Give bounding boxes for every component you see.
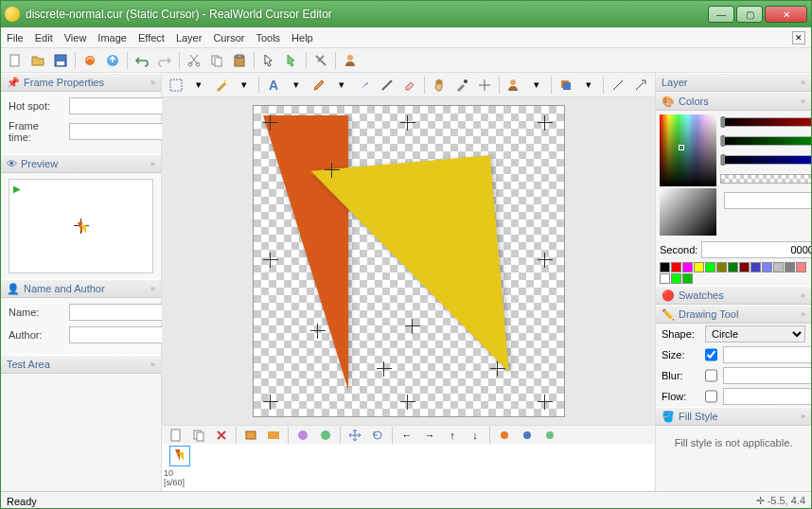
- play-icon[interactable]: ▶: [13, 184, 21, 194]
- open-icon[interactable]: [27, 50, 48, 71]
- redo-icon[interactable]: [154, 50, 175, 71]
- palette-swatch[interactable]: [682, 262, 693, 272]
- preview-header[interactable]: 👁 Preview »: [1, 154, 161, 173]
- green-slider[interactable]: [720, 136, 811, 146]
- dropdown-icon[interactable]: ▾: [188, 75, 209, 96]
- select-rect-icon[interactable]: [166, 75, 186, 96]
- hex-input[interactable]: [724, 192, 811, 209]
- palette-swatch[interactable]: [750, 262, 761, 272]
- drawing-tool-header[interactable]: ✏️ Drawing Tool »: [656, 305, 811, 324]
- upload-icon[interactable]: [102, 50, 123, 71]
- close-button[interactable]: ✕: [765, 6, 807, 23]
- right-icon[interactable]: →: [419, 425, 440, 446]
- frame-properties-header[interactable]: 📌 Frame Properties »: [1, 73, 161, 92]
- left-icon[interactable]: ←: [397, 425, 417, 446]
- collapse-icon[interactable]: »: [801, 97, 805, 106]
- collapse-icon[interactable]: »: [801, 78, 805, 87]
- second-hex-input[interactable]: [701, 241, 811, 258]
- layers-icon[interactable]: [556, 75, 576, 96]
- palette-swatch[interactable]: [796, 262, 806, 272]
- copy-icon[interactable]: [206, 50, 227, 71]
- shape-select[interactable]: Circle: [705, 325, 805, 342]
- paste-icon[interactable]: [229, 50, 250, 71]
- layer-header[interactable]: Layer »: [656, 73, 811, 92]
- cut-icon[interactable]: [184, 50, 204, 71]
- name-author-header[interactable]: 👤 Name and Author »: [1, 279, 161, 298]
- menu-image[interactable]: Image: [97, 32, 127, 44]
- filter2-icon[interactable]: [517, 425, 538, 446]
- palette-swatch[interactable]: [773, 262, 784, 272]
- fill-style-header[interactable]: 🪣 Fill Style »: [656, 407, 811, 426]
- person-add-icon[interactable]: [503, 75, 524, 96]
- new-icon[interactable]: [5, 50, 26, 71]
- text-icon[interactable]: A: [263, 75, 284, 96]
- undo-icon[interactable]: [132, 50, 152, 71]
- collapse-icon[interactable]: »: [150, 284, 155, 293]
- palette-swatch[interactable]: [660, 262, 670, 272]
- dropdown-icon[interactable]: ▾: [286, 75, 307, 96]
- eyedropper-icon[interactable]: [451, 75, 472, 96]
- dropdown-icon[interactable]: ▾: [578, 75, 599, 96]
- blur-input[interactable]: [723, 367, 811, 384]
- palette-swatch[interactable]: [682, 273, 693, 284]
- new-frame-icon[interactable]: [166, 425, 186, 446]
- palette-swatch[interactable]: [660, 273, 670, 284]
- palette-swatch[interactable]: [716, 262, 727, 272]
- dropdown-icon[interactable]: ▾: [331, 75, 352, 96]
- palette-swatch[interactable]: [671, 262, 681, 272]
- dropdown-icon[interactable]: ▾: [526, 75, 547, 96]
- eraser-icon[interactable]: [399, 75, 420, 96]
- palette-swatch[interactable]: [785, 262, 795, 272]
- menu-cursor[interactable]: Cursor: [213, 32, 244, 44]
- alpha-slider[interactable]: [720, 174, 811, 184]
- hue-sat-picker[interactable]: [660, 114, 716, 186]
- palette-swatch[interactable]: [705, 262, 715, 272]
- online-icon[interactable]: [79, 50, 100, 71]
- line-icon[interactable]: [377, 75, 397, 96]
- menu-file[interactable]: File: [7, 32, 24, 44]
- grayscale-picker[interactable]: [660, 188, 716, 236]
- filter3-icon[interactable]: [539, 425, 560, 446]
- test-icon[interactable]: [258, 50, 279, 71]
- save-icon[interactable]: [50, 50, 71, 71]
- minimize-button[interactable]: —: [708, 6, 734, 23]
- fx1-icon[interactable]: [292, 425, 313, 446]
- canvas-area[interactable]: [162, 97, 655, 425]
- collapse-icon[interactable]: »: [150, 360, 155, 369]
- filter1-icon[interactable]: [494, 425, 515, 446]
- rotate-icon[interactable]: [367, 425, 388, 446]
- document-close-button[interactable]: ✕: [792, 31, 805, 44]
- frame-thumb[interactable]: 10 [s/60]: [164, 446, 196, 487]
- crosshair-icon[interactable]: [474, 75, 495, 96]
- swatches-header[interactable]: 🔴 Swatches »: [656, 286, 811, 305]
- collapse-icon[interactable]: »: [801, 290, 805, 300]
- menu-layer[interactable]: Layer: [176, 32, 203, 44]
- menu-help[interactable]: Help: [291, 32, 313, 44]
- move-icon[interactable]: [344, 425, 365, 446]
- delete-frame-icon[interactable]: [211, 425, 232, 446]
- menu-edit[interactable]: Edit: [35, 32, 53, 44]
- wand-icon[interactable]: [211, 75, 232, 96]
- settings-icon[interactable]: [310, 50, 331, 71]
- up-icon[interactable]: ↑: [442, 425, 463, 446]
- flow-checkbox[interactable]: [705, 390, 717, 403]
- palette-swatch[interactable]: [739, 262, 750, 272]
- arrow-tool-icon[interactable]: [630, 75, 651, 96]
- palette-swatch[interactable]: [762, 262, 772, 272]
- fx2-icon[interactable]: [315, 425, 336, 446]
- line-tool-icon[interactable]: [608, 75, 628, 96]
- palette-swatch[interactable]: [694, 262, 704, 272]
- brush-icon[interactable]: [354, 75, 375, 96]
- maximize-button[interactable]: ▢: [736, 6, 763, 23]
- user-icon[interactable]: [340, 50, 361, 71]
- collapse-icon[interactable]: »: [801, 309, 805, 319]
- down-icon[interactable]: ↓: [465, 425, 485, 446]
- palette-swatch[interactable]: [728, 262, 738, 272]
- menu-view[interactable]: View: [64, 32, 87, 44]
- collapse-icon[interactable]: »: [801, 412, 805, 421]
- menu-tools[interactable]: Tools: [256, 32, 280, 44]
- dropdown-icon[interactable]: ▾: [234, 75, 255, 96]
- blue-slider[interactable]: [720, 155, 811, 165]
- collapse-icon[interactable]: »: [150, 78, 155, 87]
- size-input[interactable]: [723, 346, 811, 363]
